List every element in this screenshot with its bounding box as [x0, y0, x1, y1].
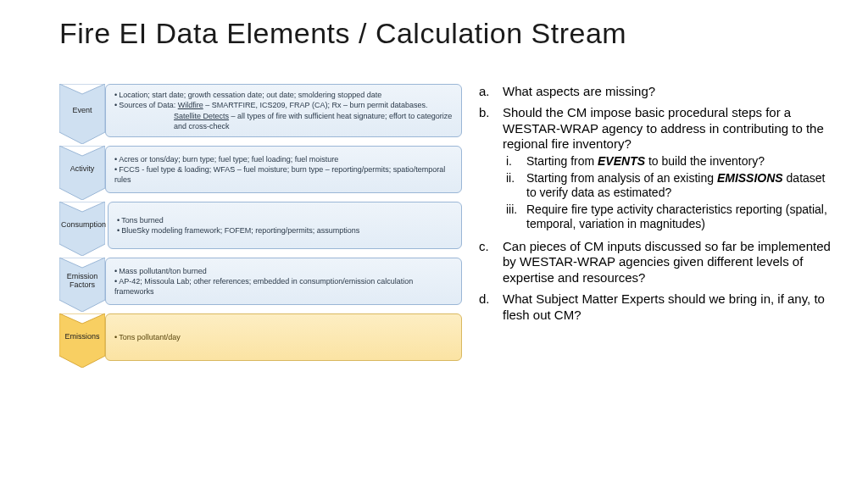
list-marker: d.	[479, 291, 503, 324]
stream-line: Sources of Data: Wildfire – SMARTFIRE, I…	[114, 100, 453, 110]
sub-question-text: Starting from EVENTS to build the invent…	[526, 154, 834, 169]
stream-line: Tons pollutant/day	[114, 332, 453, 342]
stream-box: Tons pollutant/day	[105, 313, 462, 361]
stream-line: Mass pollutant/ton burned	[114, 266, 453, 276]
list-marker: i.	[503, 154, 526, 169]
chevron-label: Event	[70, 107, 93, 115]
stream-box: Tons burnedBlueSky modeling framework; F…	[108, 202, 462, 249]
stream-line: BlueSky modeling framework; FOFEM; repor…	[117, 225, 453, 236]
list-marker: ii.	[503, 171, 526, 201]
question-item: a.What aspects are missing?	[479, 84, 834, 100]
list-marker: c.	[479, 239, 503, 286]
chevron-icon: Activity	[59, 146, 105, 193]
stream-row: ActivityAcres or tons/day; burn type; fu…	[59, 146, 462, 193]
stream-box: Acres or tons/day; burn type; fuel type;…	[105, 146, 462, 193]
stream-line: Acres or tons/day; burn type; fuel type;…	[114, 154, 453, 164]
stream-diagram: EventLocation; start date; growth cessat…	[59, 84, 462, 369]
chevron-label: Activity	[69, 165, 97, 174]
sub-question-text: Starting from analysis of an existing EM…	[526, 171, 834, 201]
chevron-label: Emissions	[63, 333, 101, 341]
question-item: b.Should the CM impose basic procedural …	[479, 105, 834, 234]
stream-box: Location; start date; growth cessation d…	[105, 84, 462, 137]
stream-line: FCCS - fuel type & loading; WFAS – fuel …	[114, 164, 453, 185]
sub-question-list: i.Starting from EVENTS to build the inve…	[503, 154, 834, 232]
page-title: Fire EI Data Elements / Calculation Stre…	[59, 17, 834, 50]
sub-question-item: iii.Require fire type activity character…	[503, 202, 834, 232]
list-marker: iii.	[503, 202, 526, 232]
question-text: What Subject Matter Experts should we br…	[503, 291, 834, 324]
sub-question-item: ii.Starting from analysis of an existing…	[503, 171, 834, 201]
question-text: Can pieces of CM inputs discussed so far…	[503, 239, 834, 286]
question-text: What aspects are missing?	[503, 84, 834, 100]
stream-line: AP-42; Missoula Lab; other references; e…	[114, 276, 453, 297]
sub-question-text: Require fire type activity characteristi…	[526, 202, 834, 232]
question-item: d.What Subject Matter Experts should we …	[479, 291, 834, 324]
list-marker: b.	[479, 105, 503, 234]
stream-row: EventLocation; start date; growth cessat…	[59, 84, 462, 137]
chevron-label: Consumption	[59, 221, 108, 230]
chevron-icon: Emissions	[59, 313, 105, 361]
chevron-icon: Consumption	[59, 202, 108, 249]
chevron-icon: Event	[59, 84, 105, 137]
stream-row: ConsumptionTons burnedBlueSky modeling f…	[59, 202, 462, 249]
question-item: c.Can pieces of CM inputs discussed so f…	[479, 239, 834, 286]
stream-box: Mass pollutant/ton burnedAP-42; Missoula…	[105, 258, 462, 305]
stream-row: EmissionsTons pollutant/day	[59, 313, 462, 361]
stream-line: Tons burned	[117, 215, 453, 225]
content-columns: EventLocation; start date; growth cessat…	[59, 84, 834, 369]
stream-line-indent: Satellite Detects – all types of fire wi…	[114, 111, 453, 131]
question-text: Should the CM impose basic procedural st…	[503, 105, 834, 234]
slide: Fire EI Data Elements / Calculation Stre…	[0, 0, 868, 488]
stream-line: Location; start date; growth cessation d…	[114, 90, 453, 100]
question-panel: a.What aspects are missing?b.Should the …	[479, 84, 834, 369]
chevron-icon: Emission Factors	[59, 258, 105, 305]
stream-row: Emission FactorsMass pollutant/ton burne…	[59, 258, 462, 305]
chevron-label: Emission Factors	[59, 273, 105, 290]
sub-question-item: i.Starting from EVENTS to build the inve…	[503, 154, 834, 169]
list-marker: a.	[479, 84, 503, 100]
question-list: a.What aspects are missing?b.Should the …	[479, 84, 834, 323]
